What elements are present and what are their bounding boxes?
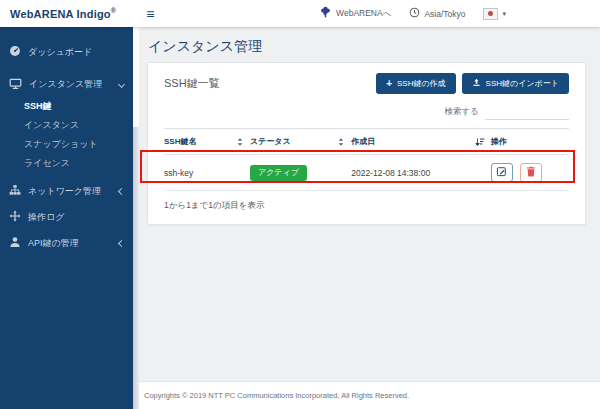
sidebar-item-label: インスタンス: [24, 119, 79, 132]
main-content: インスタンス管理 SSH鍵一覧 + SSH鍵の作成 SSH鍵のインポート 検索す…: [139, 27, 600, 382]
chevron-left-icon: [118, 187, 125, 194]
sidebar-item-api-keys[interactable]: API鍵の管理: [0, 230, 133, 256]
scrollbar-thumb[interactable]: [133, 27, 139, 127]
sidebar-item-network-management[interactable]: ネットワーク管理: [0, 178, 133, 204]
footer: Copyrights © 2019 NTT PC Communications …: [139, 381, 600, 409]
monitor-icon: [9, 77, 22, 92]
language-flag-icon: [483, 8, 498, 20]
create-ssh-key-button[interactable]: + SSH鍵の作成: [376, 73, 455, 94]
timezone-label: Asia/Tokyo: [424, 9, 465, 19]
column-header-label: 操作: [491, 136, 507, 147]
sort-icon: [236, 137, 244, 147]
search-input[interactable]: [485, 104, 569, 120]
sidebar-item-snapshots[interactable]: スナップショット: [0, 135, 133, 154]
language-selector[interactable]: ▾: [483, 8, 506, 20]
sidebar-item-dashboard[interactable]: ダッシュボード: [0, 39, 133, 65]
created-date-cell: 2022-12-08 14:38:00: [351, 155, 490, 191]
copyright-text: Copyrights © 2019 NTT PC Communications …: [144, 391, 409, 400]
column-header-status[interactable]: ステータス: [250, 129, 351, 155]
topbar-right-group: WebARENAへ Asia/Tokyo ▾: [319, 6, 506, 21]
status-cell: アクティブ: [250, 155, 351, 191]
operations-cell: [491, 155, 569, 191]
sort-icon: [337, 137, 345, 147]
table-search: 検索する: [164, 104, 569, 120]
column-header-label: SSH鍵名: [164, 136, 196, 147]
sidebar-item-label: ダッシュボード: [28, 46, 92, 59]
app-logo: WebARENA Indigo®: [10, 7, 116, 20]
chevron-left-icon: [118, 239, 125, 246]
sidebar-item-ssh-keys[interactable]: SSH鍵: [0, 97, 133, 116]
sidebar: ダッシュボード インスタンス管理 SSH鍵 インスタンス スナップショット ライ…: [0, 27, 133, 409]
user-icon: [9, 236, 21, 250]
sidebar-item-label: ライセンス: [24, 157, 70, 170]
column-header-label: 作成日: [351, 136, 375, 147]
plus-icon: +: [386, 79, 392, 89]
arrows-move-icon: [9, 210, 21, 224]
clock-icon: [409, 7, 420, 20]
sidebar-scrollbar[interactable]: [133, 27, 139, 409]
ssh-key-name-cell: ssh-key: [164, 155, 250, 191]
column-header-created-date[interactable]: 作成日: [351, 129, 490, 155]
sort-amount-icon: [475, 137, 485, 147]
gauge-icon: [9, 45, 21, 59]
delete-button[interactable]: [520, 163, 542, 182]
upload-icon: [472, 78, 481, 89]
import-ssh-key-button[interactable]: SSH鍵のインポート: [462, 73, 569, 94]
sidebar-item-instance-management[interactable]: インスタンス管理: [0, 71, 133, 97]
ssh-key-table: SSH鍵名 ステータス: [164, 128, 569, 191]
edit-pencil-icon: [496, 165, 507, 180]
webarena-link-label: WebARENAへ: [336, 8, 391, 20]
column-header-label: ステータス: [250, 136, 291, 147]
trash-icon: [526, 165, 536, 180]
column-header-ssh-key-name[interactable]: SSH鍵名: [164, 129, 250, 155]
app-logo-text: WebARENA Indigo: [10, 8, 111, 20]
ssh-key-list-panel: SSH鍵一覧 + SSH鍵の作成 SSH鍵のインポート 検索する: [147, 62, 586, 225]
tree-icon: [319, 6, 332, 21]
sidebar-item-label: ネットワーク管理: [28, 185, 101, 198]
panel-title: SSH鍵一覧: [164, 76, 220, 91]
edit-button[interactable]: [491, 163, 513, 182]
top-header: WebARENA Indigo® ≡ WebARENAへ Asia/Tokyo …: [0, 0, 600, 27]
table-row: ssh-key アクティブ 2022-12-08 14:38:00: [164, 155, 569, 191]
create-ssh-key-button-label: SSH鍵の作成: [397, 78, 446, 89]
table-summary: 1から1まで1の項目を表示: [164, 200, 569, 212]
import-ssh-key-button-label: SSH鍵のインポート: [486, 78, 559, 89]
sidebar-item-label: API鍵の管理: [28, 237, 79, 250]
table-header-row: SSH鍵名 ステータス: [164, 129, 569, 155]
sitemap-icon: [9, 184, 21, 198]
webarena-link[interactable]: WebARENAへ: [319, 6, 391, 21]
registered-mark: ®: [111, 7, 116, 14]
status-badge: アクティブ: [250, 165, 307, 181]
sidebar-item-label: SSH鍵: [24, 100, 52, 113]
chevron-down-icon: ▾: [502, 10, 506, 18]
page-title: インスタンス管理: [148, 38, 600, 56]
panel-actions: + SSH鍵の作成 SSH鍵のインポート: [376, 73, 569, 94]
chevron-down-icon: [118, 80, 125, 87]
search-label: 検索する: [445, 106, 479, 120]
sidebar-item-label: スナップショット: [24, 138, 98, 151]
sidebar-item-label: インスタンス管理: [29, 78, 102, 91]
hamburger-menu-icon[interactable]: ≡: [142, 5, 158, 23]
sidebar-item-label: 操作ログ: [28, 211, 64, 224]
timezone-selector[interactable]: Asia/Tokyo: [409, 7, 465, 20]
column-header-operations: 操作: [491, 129, 569, 155]
sidebar-item-licenses[interactable]: ライセンス: [0, 154, 133, 173]
sidebar-item-operation-log[interactable]: 操作ログ: [0, 204, 133, 230]
sidebar-item-instances[interactable]: インスタンス: [0, 116, 133, 135]
